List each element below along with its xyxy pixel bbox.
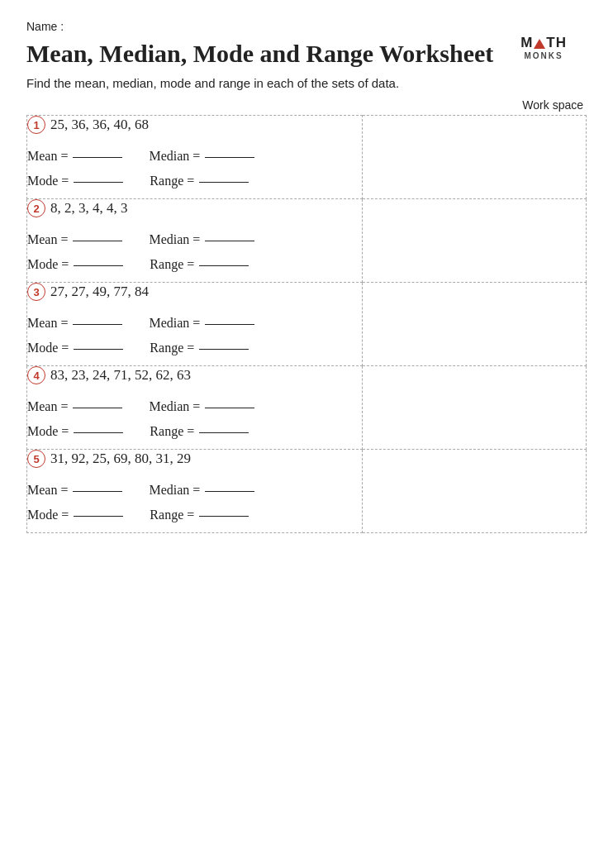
mode-blank-2 xyxy=(74,263,123,266)
problem-number-2: 2 xyxy=(27,199,45,217)
range-blank-5 xyxy=(199,513,249,517)
problem-data-2: 2 8, 2, 3, 4, 4, 3 xyxy=(27,199,362,217)
problem-number-1: 1 xyxy=(27,116,45,134)
logo: MTH MONKS xyxy=(520,35,567,60)
median-blank-2 xyxy=(205,238,254,241)
table-row: 2 8, 2, 3, 4, 4, 3 Mean = Median = Mode … xyxy=(27,199,587,283)
problem-cell-3: 3 27, 27, 49, 77, 84 Mean = Median = Mod… xyxy=(27,283,363,366)
range-label-5: Range = xyxy=(150,508,194,522)
mean-blank-2 xyxy=(73,238,122,241)
median-blank-5 xyxy=(205,489,254,492)
median-blank-4 xyxy=(205,405,254,408)
range-blank-1 xyxy=(199,179,249,183)
mean-row-4: Mean = Median = xyxy=(27,399,362,414)
range-item-4: Range = xyxy=(150,424,249,439)
mean-row-3: Mean = Median = xyxy=(27,316,362,331)
mean-blank-1 xyxy=(73,155,122,158)
range-label-1: Range = xyxy=(150,174,194,188)
mode-blank-3 xyxy=(74,346,123,350)
mean-item-5: Mean = xyxy=(27,483,122,498)
range-item-2: Range = xyxy=(150,257,249,272)
range-label-2: Range = xyxy=(150,257,194,272)
table-row: 1 25, 36, 36, 40, 68 Mean = Median = Mod… xyxy=(27,116,587,199)
range-blank-2 xyxy=(199,263,249,266)
mode-item-5: Mode = xyxy=(27,508,123,522)
workspace-label: Work space xyxy=(26,98,587,112)
problem-cell-2: 2 8, 2, 3, 4, 4, 3 Mean = Median = Mode … xyxy=(27,199,363,283)
mean-label-4: Mean = xyxy=(27,399,68,414)
logo-text: MTH xyxy=(520,35,567,50)
mode-row-1: Mode = Range = xyxy=(27,174,362,188)
problem-data-3: 3 27, 27, 49, 77, 84 xyxy=(27,283,362,301)
mode-label-5: Mode = xyxy=(27,508,69,522)
mode-blank-1 xyxy=(74,179,123,183)
median-blank-3 xyxy=(205,322,254,325)
mode-row-5: Mode = Range = xyxy=(27,508,362,522)
table-row: 3 27, 27, 49, 77, 84 Mean = Median = Mod… xyxy=(27,283,587,366)
mode-row-3: Mode = Range = xyxy=(27,341,362,355)
page-title: Mean, Median, Mode and Range Worksheet xyxy=(26,40,587,68)
mode-label-2: Mode = xyxy=(27,257,69,272)
range-blank-4 xyxy=(199,430,249,433)
problem-values-1: 25, 36, 36, 40, 68 xyxy=(50,117,149,133)
mean-label-3: Mean = xyxy=(27,316,68,331)
mean-item-1: Mean = xyxy=(27,149,122,164)
problem-cell-4: 4 83, 23, 24, 71, 52, 62, 63 Mean = Medi… xyxy=(27,366,363,450)
mean-row-5: Mean = Median = xyxy=(27,483,362,498)
mode-item-1: Mode = xyxy=(27,174,123,188)
median-blank-1 xyxy=(205,155,254,158)
median-label-5: Median = xyxy=(149,483,200,498)
mode-label-3: Mode = xyxy=(27,341,69,355)
mode-label-1: Mode = xyxy=(27,174,69,188)
workspace-cell-5 xyxy=(363,450,587,533)
problem-cell-1: 1 25, 36, 36, 40, 68 Mean = Median = Mod… xyxy=(27,116,363,199)
mode-row-4: Mode = Range = xyxy=(27,424,362,439)
range-label-3: Range = xyxy=(150,341,194,355)
logo-triangle-icon xyxy=(534,39,545,49)
median-item-5: Median = xyxy=(149,483,254,498)
mean-row-1: Mean = Median = xyxy=(27,149,362,164)
median-label-1: Median = xyxy=(149,149,200,164)
mode-item-2: Mode = xyxy=(27,257,123,272)
mode-item-3: Mode = xyxy=(27,341,123,355)
problem-values-2: 8, 2, 3, 4, 4, 3 xyxy=(50,200,128,217)
name-label: Name : xyxy=(26,20,587,33)
mean-blank-4 xyxy=(73,405,122,408)
mode-label-4: Mode = xyxy=(27,424,69,439)
median-label-2: Median = xyxy=(149,232,200,247)
range-label-4: Range = xyxy=(150,424,194,439)
mean-item-2: Mean = xyxy=(27,232,122,247)
median-item-1: Median = xyxy=(149,149,254,164)
median-item-2: Median = xyxy=(149,232,254,247)
table-row: 5 31, 92, 25, 69, 80, 31, 29 Mean = Medi… xyxy=(27,450,587,533)
problem-number-3: 3 xyxy=(27,283,45,301)
mode-row-2: Mode = Range = xyxy=(27,257,362,272)
mode-blank-4 xyxy=(74,430,123,433)
problem-number-5: 5 xyxy=(27,450,45,468)
mean-blank-5 xyxy=(73,489,122,492)
mean-item-3: Mean = xyxy=(27,316,122,331)
workspace-cell-2 xyxy=(363,199,587,283)
mean-blank-3 xyxy=(73,322,122,325)
mean-label-5: Mean = xyxy=(27,483,68,498)
problem-data-1: 1 25, 36, 36, 40, 68 xyxy=(27,116,362,134)
mode-blank-5 xyxy=(74,513,123,517)
header: MTH MONKS Name : Mean, Median, Mode and … xyxy=(26,20,587,112)
problem-values-3: 27, 27, 49, 77, 84 xyxy=(50,284,149,300)
median-item-4: Median = xyxy=(149,399,254,414)
mean-label-1: Mean = xyxy=(27,149,68,164)
logo-monks: MONKS xyxy=(520,51,567,60)
problem-data-5: 5 31, 92, 25, 69, 80, 31, 29 xyxy=(27,450,362,468)
workspace-cell-4 xyxy=(363,366,587,450)
mean-label-2: Mean = xyxy=(27,232,68,247)
range-blank-3 xyxy=(199,346,249,350)
workspace-cell-3 xyxy=(363,283,587,366)
mean-item-4: Mean = xyxy=(27,399,122,414)
problem-values-5: 31, 92, 25, 69, 80, 31, 29 xyxy=(50,451,191,467)
mean-row-2: Mean = Median = xyxy=(27,232,362,247)
range-item-3: Range = xyxy=(150,341,249,355)
problem-cell-5: 5 31, 92, 25, 69, 80, 31, 29 Mean = Medi… xyxy=(27,450,363,533)
problem-data-4: 4 83, 23, 24, 71, 52, 62, 63 xyxy=(27,366,362,384)
median-label-4: Median = xyxy=(149,399,200,414)
range-item-5: Range = xyxy=(150,508,249,522)
